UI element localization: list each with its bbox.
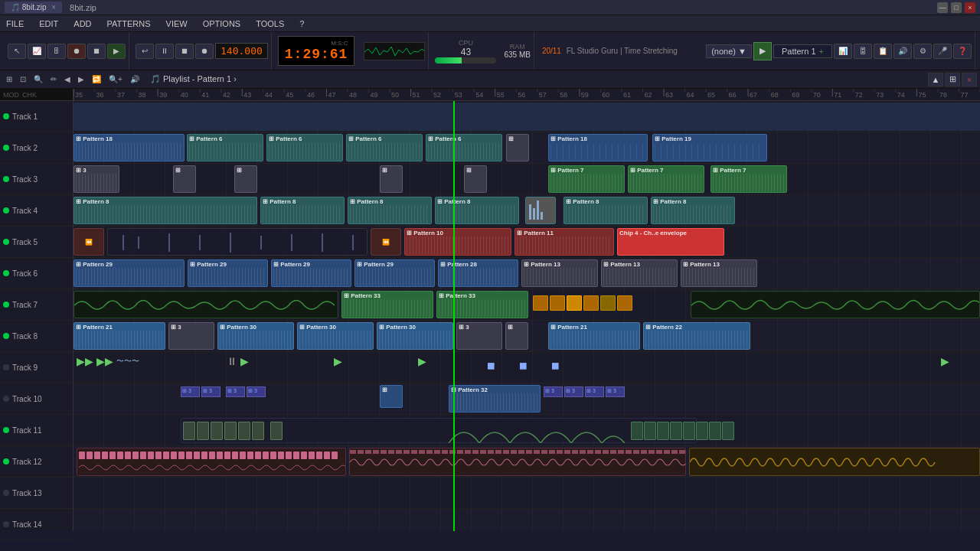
arrow-left-btn[interactable]: ◀ (61, 74, 74, 84)
track-label-7[interactable]: Track 7 (0, 289, 73, 321)
track-row-1[interactable] (74, 101, 980, 132)
t5-icon-left[interactable]: ⏪ (74, 228, 104, 256)
play-pattern-btn[interactable]: ▶ (753, 42, 772, 60)
none-selector[interactable]: (none) ▼ (706, 44, 752, 58)
t8-3b[interactable]: ⊞ 3 (456, 322, 502, 350)
stop-btn[interactable]: ⏹ (87, 44, 106, 59)
track-label-2[interactable]: Track 2 (0, 132, 73, 164)
settings-btn[interactable]: ⊞ (945, 73, 960, 86)
maximize-button[interactable]: □ (951, 2, 962, 13)
t10-p32[interactable]: ⊞ Pattern 32 (449, 385, 541, 412)
cursor-tool[interactable]: ↖ (8, 44, 26, 59)
loop-btn[interactable]: 🔁 (89, 74, 104, 84)
t11-sq-r6[interactable] (696, 422, 708, 440)
menu-view[interactable]: VIEW (163, 18, 191, 30)
t12-audio-mid[interactable] (349, 448, 686, 476)
pattern-6-c[interactable]: ⊞ Pattern 6 (346, 134, 423, 161)
track-row-12[interactable] (74, 446, 980, 478)
t6-p13b[interactable]: ⊞ Pattern 13 (601, 259, 678, 287)
t11-sq-r3[interactable] (657, 422, 669, 440)
track-row-4[interactable]: ⊞ Pattern 8 ⊞ Pattern 8 ⊞ Pattern 8 ⊞ Pa… (74, 195, 980, 227)
collapse-btn[interactable]: ▲ (928, 73, 943, 86)
menu-patterns[interactable]: PATTERNS (104, 18, 154, 30)
track-row-11[interactable] (74, 415, 980, 446)
track-label-14[interactable]: Track 14 (0, 509, 73, 540)
menu-add[interactable]: ADD (70, 18, 94, 30)
t3-pattern7-b[interactable]: ⊞ Pattern 7 (628, 165, 704, 193)
t8-p21a[interactable]: ⊞ Pattern 21 (74, 322, 165, 350)
pencil-btn[interactable]: ✏ (47, 74, 60, 84)
t11-sq-r2[interactable] (644, 422, 656, 440)
track-label-11[interactable]: Track 11 (0, 415, 73, 446)
mixer-icon1[interactable]: 📊 (834, 44, 852, 59)
minimize-button[interactable]: — (937, 2, 948, 13)
t10-blk7[interactable]: ⊞ 3 (585, 386, 604, 397)
mixer-icon3[interactable]: 📋 (874, 44, 892, 59)
track-label-8[interactable]: Track 8 (0, 321, 73, 352)
track-label-6[interactable]: Track 6 (0, 258, 73, 289)
t6-p29c[interactable]: ⊞ Pattern 29 (271, 259, 351, 287)
t10-blk2[interactable]: ⊞ 3 (201, 386, 220, 397)
t7-blk3[interactable] (567, 295, 582, 311)
pattern-18-left[interactable]: ⊞ Pattern 18 (74, 134, 185, 161)
t8-p30a[interactable]: ⊞ Pattern 30 (217, 322, 294, 350)
t11-blocks-right[interactable] (629, 418, 980, 443)
track-row-14[interactable] (74, 509, 980, 531)
track-label-13[interactable]: Track 13 (0, 478, 73, 509)
pattern-selector[interactable]: Pattern 1 + (773, 44, 832, 58)
t3-p3[interactable]: ⊞ (234, 165, 257, 193)
record-btn[interactable]: ⏺ (67, 44, 86, 59)
t10-blk3[interactable]: ⊞ 3 (226, 386, 245, 397)
t4-p8c[interactable]: ⊞ Pattern 8 (435, 197, 519, 224)
track-row-5[interactable]: ⏪ (74, 227, 980, 258)
t11-sq-r1[interactable] (631, 422, 643, 440)
track-row-6[interactable]: ⊞ Pattern 29 ⊞ Pattern 29 ⊞ Pattern 29 ⊞… (74, 258, 980, 289)
close-button[interactable]: × (965, 2, 975, 13)
t12-audio-left[interactable] (77, 448, 346, 476)
t11-sq6[interactable] (252, 422, 264, 440)
snap-btn[interactable]: ⊞ (3, 74, 15, 84)
menu-tools[interactable]: TOOLS (253, 18, 287, 30)
t7-audio-right[interactable] (691, 291, 980, 318)
pattern-19[interactable]: ⊞ Pattern 19 (652, 134, 767, 161)
t8-p22[interactable]: ⊞ Pattern 22 (643, 322, 750, 350)
t7-orange-blocks[interactable] (533, 295, 686, 314)
t10-blk1[interactable]: ⊞ 3 (181, 386, 200, 397)
t6-p28[interactable]: ⊞ Pattern 28 (438, 259, 518, 287)
t4-p8a[interactable]: ⊞ Pattern 8 (260, 197, 345, 224)
t11-sq-r7[interactable] (709, 422, 721, 440)
play-btn[interactable]: ▶ (107, 44, 126, 59)
mixer-icon7[interactable]: ❓ (953, 44, 972, 59)
track-label-4[interactable]: Track 4 (0, 195, 73, 227)
t3-pattern7-c[interactable]: ⊞ Pattern 7 (710, 165, 787, 193)
track-row-2[interactable]: ⊞ Pattern 18 ⊞ Pattern 6 ⊞ Pattern 6 ⊞ P… (74, 132, 980, 164)
bpm-display[interactable]: 140.000 (215, 43, 268, 59)
t4-p8e[interactable]: ⊞ Pattern 8 (651, 197, 735, 224)
t11-sq-r4[interactable] (670, 422, 682, 440)
track-row-9[interactable]: ▶▶ ▶▶ 〜〜〜 ⏸ ▶ ▶ ▶ ◆ ◆ ◆ (74, 352, 980, 383)
pause-btn[interactable]: ⏸ (155, 44, 174, 59)
t10-p1[interactable]: ⊞ (380, 385, 403, 408)
t4-p1[interactable]: ⊞ Pattern 8 (74, 197, 257, 224)
t11-sq4[interactable] (224, 422, 237, 440)
t8-p21b[interactable]: ⊞ Pattern 21 (548, 322, 640, 350)
rewind-btn[interactable]: ↩ (136, 44, 154, 59)
menu-options[interactable]: OPTIONS (200, 18, 244, 30)
zoom-in-btn[interactable]: 🔍+ (106, 74, 126, 84)
arrow-right-btn[interactable]: ▶ (75, 74, 87, 84)
t3-p1[interactable]: ⊞ 3 (74, 165, 119, 193)
menu-file[interactable]: FILE (3, 18, 27, 30)
t7-p33b[interactable]: ⊞ Pattern 33 (436, 291, 528, 318)
t5-pattern11[interactable]: ⊞ Pattern 11 (514, 228, 614, 256)
track-label-9[interactable]: Track 9 (0, 352, 73, 383)
mixer-icon2[interactable]: 🎛 (854, 44, 872, 59)
t3-p5[interactable]: ⊞ (464, 165, 487, 193)
t3-p2[interactable]: ⊞ (173, 165, 196, 193)
t6-p29b[interactable]: ⊞ Pattern 29 (188, 259, 268, 287)
t11-sq3[interactable] (211, 422, 223, 440)
track-label-1[interactable]: Track 1 (0, 101, 73, 132)
envelope-tool[interactable]: 📈 (28, 44, 46, 59)
track-row-7[interactable]: ⊞ Pattern 33 ⊞ Pattern 33 (74, 289, 980, 321)
t4-p8d[interactable]: ⊞ Pattern 8 (564, 197, 648, 224)
t11-sq5[interactable] (238, 422, 250, 440)
